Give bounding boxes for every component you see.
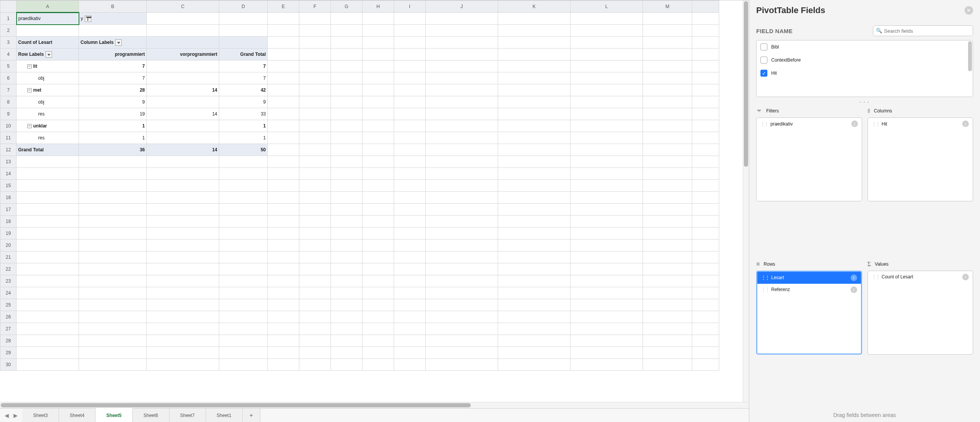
value-pill-count[interactable]: ⋮⋮Count of Lesarti (868, 271, 973, 283)
row-header-6[interactable]: 6 (0, 72, 17, 84)
row-pill-referenz[interactable]: ⋮⋮Referenzi (757, 284, 861, 296)
search-input[interactable] (873, 25, 973, 36)
filter-pill-praedikativ[interactable]: ⋮⋮praedikativi (757, 118, 862, 130)
row-header-29[interactable]: 29 (0, 347, 17, 359)
cell-B5[interactable]: 7 (79, 60, 147, 72)
cell-A3[interactable]: Count of Lesart (17, 37, 79, 49)
row-header-22[interactable]: 22 (0, 263, 17, 275)
tab-sheet5[interactable]: Sheet5 (96, 408, 133, 422)
row-header-18[interactable]: 18 (0, 216, 17, 228)
col-header-A[interactable]: A (17, 1, 79, 13)
column-pill-hit[interactable]: ⋮⋮Hiti (868, 118, 973, 130)
cell-D6[interactable]: 7 (219, 72, 268, 84)
row-header-13[interactable]: 13 (0, 156, 17, 168)
cell-A2[interactable] (17, 25, 79, 37)
row-header-15[interactable]: 15 (0, 180, 17, 192)
row-header-5[interactable]: 5 (0, 60, 17, 72)
col-header-C[interactable]: C (147, 1, 219, 13)
cell-C1[interactable] (147, 13, 219, 25)
col-header-J[interactable]: J (426, 1, 498, 13)
cell-A9[interactable]: res (17, 108, 79, 120)
columns-box[interactable]: ⋮⋮Hiti (868, 117, 973, 201)
spreadsheet-grid[interactable]: A B C D E F G H I J K L M 1 praedikativ … (0, 0, 749, 402)
cell-A6[interactable]: obj (17, 72, 79, 84)
row-header-23[interactable]: 23 (0, 275, 17, 287)
cell-D7[interactable]: 42 (219, 84, 268, 96)
row-header-11[interactable]: 11 (0, 132, 17, 144)
cell-B7[interactable]: 28 (79, 84, 147, 96)
field-item-hit[interactable]: ✓Hit (757, 67, 973, 80)
row-header-27[interactable]: 27 (0, 323, 17, 335)
row-header-12[interactable]: 12 (0, 144, 17, 156)
col-header-L[interactable]: L (571, 1, 643, 13)
filters-box[interactable]: ⋮⋮praedikativi (756, 117, 862, 201)
row-header-14[interactable]: 14 (0, 168, 17, 180)
info-icon[interactable]: i (851, 275, 857, 281)
add-sheet-button[interactable]: + (243, 409, 260, 422)
checkbox-checked-icon[interactable]: ✓ (760, 70, 767, 77)
col-header-M[interactable]: M (643, 1, 692, 13)
tab-prev-icon[interactable]: ◀ (5, 412, 9, 419)
cell-D12[interactable]: 50 (219, 144, 268, 156)
cell-C7[interactable]: 14 (147, 84, 219, 96)
cell-A12[interactable]: Grand Total (17, 144, 79, 156)
cell-A11[interactable]: res (17, 132, 79, 144)
row-header-3[interactable]: 3 (0, 37, 17, 49)
field-item-contextbefore[interactable]: ContextBefore (757, 54, 973, 67)
col-header-D[interactable]: D (219, 1, 268, 13)
field-list[interactable]: Bibl ContextBefore ✓Hit (756, 40, 973, 97)
row-header-30[interactable]: 30 (0, 359, 17, 371)
row-header-17[interactable]: 17 (0, 204, 17, 216)
scrollbar-thumb[interactable] (968, 41, 972, 71)
cell-D11[interactable]: 1 (219, 132, 268, 144)
cell-D10[interactable]: 1 (219, 120, 268, 132)
cell-C3[interactable] (147, 37, 219, 49)
info-icon[interactable]: i (962, 274, 969, 280)
cell-B12[interactable]: 36 (79, 144, 147, 156)
cell-D1[interactable] (219, 13, 268, 25)
row-header-20[interactable]: 20 (0, 239, 17, 251)
row-header-1[interactable]: 1 (0, 13, 17, 25)
row-header-4[interactable]: 4 (0, 49, 17, 60)
tab-sheet4[interactable]: Sheet4 (59, 409, 96, 422)
dropdown-icon[interactable] (115, 39, 122, 46)
collapse-icon[interactable]: − (27, 124, 32, 128)
row-header-7[interactable]: 7 (0, 84, 17, 96)
cell-C9[interactable]: 14 (147, 108, 219, 120)
row-header-19[interactable]: 19 (0, 228, 17, 239)
row-header-26[interactable]: 26 (0, 311, 17, 323)
select-all-corner[interactable] (0, 1, 17, 13)
cell-A5[interactable]: −lit (17, 60, 79, 72)
col-header-G[interactable]: G (331, 1, 362, 13)
cell-D3[interactable] (219, 37, 268, 49)
row-pill-lesart[interactable]: ⋮⋮Lesarti (757, 272, 861, 284)
tab-sheet6[interactable]: Sheet6 (133, 409, 169, 422)
cell-B8[interactable]: 9 (79, 96, 147, 108)
cell-B4[interactable]: programmiert (79, 49, 147, 60)
cell-A4[interactable]: Row Labels (17, 49, 79, 60)
filter-dropdown-icon[interactable] (85, 15, 91, 22)
info-icon[interactable]: i (851, 286, 857, 293)
cell-B1[interactable]: y (79, 13, 147, 25)
tab-sheet3[interactable]: Sheet3 (22, 409, 59, 422)
row-header-25[interactable]: 25 (0, 299, 17, 311)
cell-B9[interactable]: 19 (79, 108, 147, 120)
col-header-B[interactable]: B (79, 1, 147, 13)
cell-B11[interactable]: 1 (79, 132, 147, 144)
cell-C4[interactable]: vorprogrammiert (147, 49, 219, 60)
collapse-icon[interactable]: − (27, 64, 32, 69)
close-panel-button[interactable]: ✕ (965, 6, 973, 15)
tab-sheet1[interactable]: Sheet1 (206, 409, 243, 422)
cell-A8[interactable]: obj (17, 96, 79, 108)
scrollbar-thumb[interactable] (1, 403, 471, 407)
row-header-21[interactable]: 21 (0, 251, 17, 263)
values-box[interactable]: ⋮⋮Count of Lesarti (868, 271, 973, 355)
collapse-icon[interactable]: − (27, 88, 32, 92)
cell-C12[interactable]: 14 (147, 144, 219, 156)
cell-B6[interactable]: 7 (79, 72, 147, 84)
cell-D5[interactable]: 7 (219, 60, 268, 72)
cell-A7[interactable]: −met (17, 84, 79, 96)
row-header-2[interactable]: 2 (0, 25, 17, 37)
row-header-28[interactable]: 28 (0, 335, 17, 347)
row-header-24[interactable]: 24 (0, 287, 17, 299)
